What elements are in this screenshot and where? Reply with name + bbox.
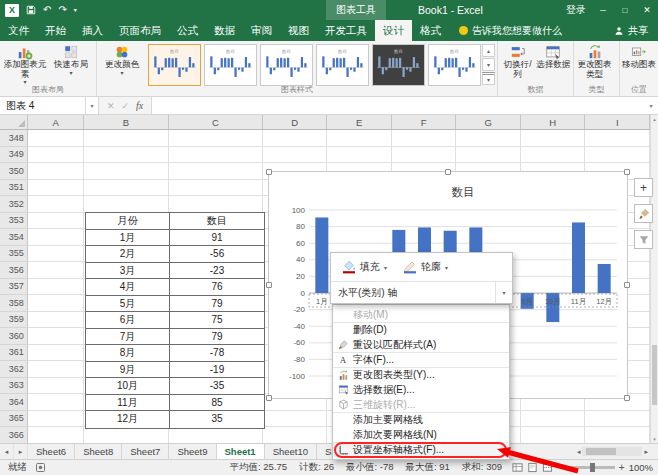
formula-bar-expand-icon[interactable]: ▾ [644,97,658,114]
cell[interactable] [263,411,328,428]
value-cell[interactable]: -19 [170,362,264,379]
sheet-tab-sheet1[interactable]: Sheet1 [217,444,265,459]
chart-style-3[interactable]: 数目 [260,44,313,86]
cell[interactable] [28,378,85,395]
hscroll-track[interactable] [582,447,642,456]
column-header-I[interactable]: I [585,115,650,129]
month-cell[interactable]: 8月 [86,345,170,362]
cell[interactable] [84,427,168,443]
chart-style-2[interactable]: 数目 [204,44,257,86]
chart-handle[interactable] [266,395,272,401]
row-header-350[interactable]: 350 [0,163,28,180]
menu-item-select-data[interactable]: 选择数据(E)... [333,382,509,397]
close-button[interactable]: ✕ [636,0,658,20]
column-header-D[interactable]: D [263,115,328,129]
row-header-358[interactable]: 358 [0,295,28,312]
tab-view[interactable]: 视图 [280,20,317,41]
cell[interactable] [28,328,85,345]
vertical-scrollbar[interactable]: ▴ ▾ [650,115,658,443]
tell-me-box[interactable]: 告诉我您想要做什么 [459,20,562,41]
row-header-351[interactable]: 351 [0,180,28,197]
macro-record-icon[interactable] [35,462,46,473]
page-layout-view-icon[interactable] [527,462,538,473]
insert-function-icon[interactable]: fx [136,100,143,111]
row-header-348[interactable]: 348 [0,130,28,147]
normal-view-icon[interactable] [512,462,523,473]
tab-home[interactable]: 开始 [37,20,74,41]
cell[interactable] [263,427,328,443]
column-header-G[interactable]: G [456,115,521,129]
sheet-nav-right-icon[interactable]: ▸ [14,444,28,459]
cell[interactable] [28,312,85,329]
chart-handle[interactable] [445,169,451,175]
cell[interactable] [392,130,457,147]
cell[interactable] [169,180,263,197]
row-header-357[interactable]: 357 [0,279,28,296]
row-header-355[interactable]: 355 [0,246,28,263]
outline-dropdown-icon[interactable]: ▾ [445,264,448,271]
cell[interactable] [169,163,263,180]
cell[interactable] [521,130,586,147]
menu-item-change-chart-type[interactable]: 更改图表类型(Y)... [333,367,509,382]
value-cell[interactable]: 79 [170,296,264,313]
row-header-366[interactable]: 366 [0,427,28,443]
zoom-slider-thumb[interactable] [590,463,595,472]
menu-item-delete[interactable]: 删除(D) [333,322,509,337]
cell[interactable] [28,394,85,411]
qat-customize-icon[interactable]: ▾ [74,7,77,13]
save-icon[interactable] [26,5,36,15]
value-cell[interactable]: -56 [170,246,264,263]
value-cell[interactable]: -78 [170,345,264,362]
month-cell[interactable]: 12月 [86,411,170,428]
month-cell[interactable]: 2月 [86,246,170,263]
zoom-percent[interactable]: 100% [629,462,653,473]
undo-icon[interactable]: ↶ [43,5,51,15]
tab-insert[interactable]: 插入 [74,20,111,41]
sign-in-button[interactable]: 登录 [566,3,586,17]
row-header-361[interactable]: 361 [0,345,28,362]
sheet-tab-sheet7[interactable]: Sheet7 [122,444,169,459]
menu-item-font[interactable]: A字体(F)... [333,352,509,367]
cell[interactable] [263,147,328,164]
menu-item-add-minor-gridlines[interactable]: 添加次要网格线(N) [333,427,509,442]
cell[interactable] [585,427,650,443]
cell[interactable] [169,427,263,443]
cell[interactable] [28,246,85,263]
add-chart-element-button[interactable]: 添加图表元素▾ [2,42,48,86]
cell[interactable] [28,361,85,378]
cell[interactable] [392,147,457,164]
month-cell[interactable]: 9月 [86,362,170,379]
chart-filters-button[interactable] [634,230,653,249]
tab-data[interactable]: 数据 [206,20,243,41]
maximize-button[interactable]: □ [614,0,636,20]
cell[interactable] [84,163,168,180]
column-header-E[interactable]: E [327,115,392,129]
vscroll-down-icon[interactable]: ▾ [651,435,658,443]
cell[interactable] [84,147,168,164]
cell[interactable] [28,295,85,312]
cell[interactable] [521,427,586,443]
select-all-corner[interactable] [0,115,28,129]
cell[interactable] [521,411,586,428]
gallery-down-icon[interactable]: ▾ [482,58,495,71]
month-cell[interactable]: 11月 [86,395,170,412]
cell[interactable] [84,196,168,213]
menu-item-format-axis[interactable]: 设置坐标轴格式(F)... [333,442,509,457]
vscroll-up-icon[interactable]: ▴ [651,115,658,123]
month-cell[interactable]: 4月 [86,279,170,296]
column-header-H[interactable]: H [521,115,586,129]
chart-style-5[interactable]: 数目 [372,44,425,86]
row-header-359[interactable]: 359 [0,312,28,329]
formula-input[interactable] [152,97,644,114]
row-header-365[interactable]: 365 [0,411,28,428]
menu-item-add-major-gridlines[interactable]: 添加主要网格线 [333,412,509,427]
sheet-tab-sheet9[interactable]: Sheet9 [169,444,216,459]
value-cell[interactable]: 75 [170,312,264,329]
chart-handle[interactable] [266,282,272,288]
sheet-nav-left-icon[interactable]: ◂ [0,444,14,459]
switch-row-column-button[interactable]: 切换行/列 [500,42,536,86]
cell[interactable] [28,279,85,296]
excel-app-icon[interactable]: X [5,4,19,17]
month-cell[interactable]: 7月 [86,329,170,346]
tab-review[interactable]: 审阅 [243,20,280,41]
